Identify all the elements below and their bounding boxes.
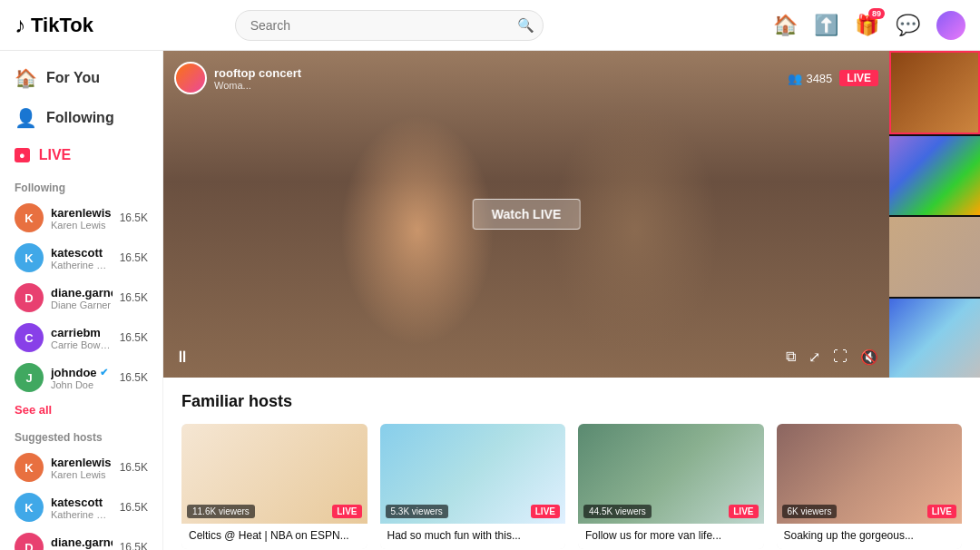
sidebar: 🏠 For You 👤 Following ● LIVE Following K… <box>0 51 163 550</box>
pip-icon[interactable]: ⧉ <box>786 349 796 366</box>
host-live-badge-4: LIVE <box>927 505 956 518</box>
host-card-3[interactable]: 44.5K viewers LIVE Follow us for more va… <box>578 424 764 549</box>
host-viewers-4: 6K viewers <box>782 505 838 518</box>
live-video-main[interactable]: rooftop concert Woma... 👥 3485 LIVE Watc… <box>163 51 889 378</box>
host-info-1: Celtics @ Heat | NBA on ESPN... <box>181 524 368 549</box>
header-icons: 🏠 ⬆️ 🎁 89 💬 <box>773 11 965 40</box>
header: ♪ TikTok 🔍 🏠 ⬆️ 🎁 89 💬 <box>0 0 980 51</box>
sidebar-item-following[interactable]: 👤 Following <box>0 98 162 138</box>
host-viewers-1: 11.6K viewers <box>187 505 255 518</box>
viewer-icon: 👥 <box>788 72 802 85</box>
following-user-katescott[interactable]: K katescott Katherine Scott 16.5K <box>0 238 162 278</box>
gift-badge: 89 <box>868 8 885 19</box>
user-info-karenlewis: karenlewis ✔ Karen Lewis <box>51 206 113 231</box>
person-nav-icon: 👤 <box>15 107 37 129</box>
host-thumb-4: 6K viewers LIVE <box>777 424 963 524</box>
main-layout: 🏠 For You 👤 Following ● LIVE Following K… <box>0 51 980 550</box>
live-controls-right: ⧉ ⤢ ⛶ 🔇 <box>786 349 878 366</box>
fullscreen-icon[interactable]: ⛶ <box>833 349 848 366</box>
home-icon[interactable]: 🏠 <box>773 14 798 37</box>
search-icon[interactable]: 🔍 <box>517 17 534 34</box>
logo[interactable]: ♪ TikTok <box>15 13 114 38</box>
sidebar-item-live[interactable]: ● LIVE <box>0 138 162 172</box>
live-thumbnails <box>889 51 980 378</box>
live-thumb-2[interactable] <box>889 136 980 216</box>
content-area: rooftop concert Woma... 👥 3485 LIVE Watc… <box>163 51 980 550</box>
avatar[interactable] <box>936 11 965 40</box>
search-bar: 🔍 <box>235 10 544 41</box>
live-thumb-4[interactable] <box>889 299 980 378</box>
host-viewers-2: 5.3K viewers <box>386 505 448 518</box>
following-user-diane-garner[interactable]: D diane.garner ✔ Diane Garner 16.5K <box>0 278 162 318</box>
live-creator-name: rooftop concert <box>214 66 301 80</box>
volume-icon[interactable]: 🔇 <box>860 349 878 366</box>
host-card-2[interactable]: 5.3K viewers LIVE Had so much fun with t… <box>380 424 566 549</box>
host-live-badge-1: LIVE <box>332 505 361 518</box>
messages-icon[interactable]: 💬 <box>896 14 920 37</box>
familiar-hosts-section: Familiar hosts 11.6K viewers LIVE Celtic… <box>163 378 980 550</box>
user-avatar-carrie: C <box>15 323 44 352</box>
verified-icon-4: ✔ <box>100 367 108 378</box>
sug-avatar-karen: K <box>15 453 44 482</box>
live-stats: 👥 3485 LIVE <box>788 70 878 86</box>
viewer-count: 👥 3485 <box>788 72 832 85</box>
username-karenlewis: karenlewis ✔ <box>51 206 113 220</box>
expand-icon[interactable]: ⤢ <box>808 349 820 366</box>
following-user-karenlewis[interactable]: K karenlewis ✔ Karen Lewis 16.5K <box>0 198 162 238</box>
following-section-title: Following <box>0 172 162 198</box>
live-thumb-3[interactable] <box>889 217 980 297</box>
host-card-4[interactable]: 6K viewers LIVE Soaking up the gorgeous.… <box>777 424 963 549</box>
host-thumb-1: 11.6K viewers LIVE <box>181 424 368 524</box>
host-thumb-3: 44.5K viewers LIVE <box>578 424 764 524</box>
host-live-badge-2: LIVE <box>531 505 560 518</box>
home-nav-icon: 🏠 <box>15 67 37 89</box>
host-thumb-2: 5.3K viewers LIVE <box>380 424 566 524</box>
user-avatar-johndoe: J <box>15 363 44 392</box>
suggested-user-diane[interactable]: D diane.garner Diane Garner 16.5K <box>0 527 162 550</box>
sidebar-item-for-you[interactable]: 🏠 For You <box>0 58 162 98</box>
nav-for-you-label: For You <box>46 70 100 86</box>
watch-live-button[interactable]: Watch LIVE <box>473 199 581 230</box>
host-title-1: Celtics @ Heat | NBA on ESPN... <box>189 529 360 544</box>
familiar-hosts-title: Familiar hosts <box>181 392 962 411</box>
suggested-user-katescott[interactable]: K katescott Katherine Scott 16.5K <box>0 487 162 527</box>
live-icon: ● <box>15 148 30 162</box>
host-viewers-3: 44.5K viewers <box>583 505 652 518</box>
suggested-section-title: Suggested hosts <box>0 422 162 447</box>
host-title-3: Follow us for more van life... <box>585 529 757 544</box>
user-avatar-katescott: K <box>15 243 44 272</box>
upload-icon[interactable]: ⬆️ <box>814 14 838 37</box>
viewer-number: 3485 <box>806 72 832 85</box>
sug-avatar-diane: D <box>15 533 44 550</box>
tiktok-logo-icon: ♪ <box>15 13 25 38</box>
host-info-2: Had so much fun with this... <box>380 524 566 549</box>
live-creator-info: rooftop concert Woma... <box>174 62 301 94</box>
live-creator-sub: Woma... <box>214 80 301 91</box>
live-banner: rooftop concert Woma... 👥 3485 LIVE Watc… <box>163 51 980 378</box>
nav-live-label: LIVE <box>39 147 72 163</box>
live-creator-avatar <box>174 62 207 94</box>
host-info-3: Follow us for more van life... <box>578 524 764 549</box>
gift-icon[interactable]: 🎁 89 <box>855 14 879 37</box>
live-overlay-top: rooftop concert Woma... 👥 3485 LIVE <box>174 62 878 94</box>
user-avatar-diane: D <box>15 283 44 312</box>
following-user-johndoe[interactable]: J johndoe ✔ John Doe 16.5K <box>0 358 162 398</box>
following-user-carriebm[interactable]: C carriebm Carrie Bowman 16.5K <box>0 318 162 358</box>
host-live-badge-3: LIVE <box>729 505 758 518</box>
sug-avatar-kate: K <box>15 493 44 522</box>
logo-text: TikTok <box>31 14 93 37</box>
live-thumb-1[interactable] <box>889 51 980 134</box>
see-all-link[interactable]: See all <box>0 398 162 422</box>
live-controls: ⏸ ⧉ ⤢ ⛶ 🔇 <box>174 348 878 367</box>
user-avatar-karenlewis: K <box>15 203 44 232</box>
host-info-4: Soaking up the gorgeous... <box>777 524 963 549</box>
host-title-2: Had so much fun with this... <box>387 529 559 544</box>
pause-button[interactable]: ⏸ <box>174 348 191 367</box>
host-title-4: Soaking up the gorgeous... <box>784 529 956 544</box>
host-card-1[interactable]: 11.6K viewers LIVE Celtics @ Heat | NBA … <box>181 424 368 549</box>
nav-following-label: Following <box>46 110 114 126</box>
search-input[interactable] <box>235 10 544 41</box>
count-karenlewis: 16.5K <box>120 211 148 224</box>
realname-karenlewis: Karen Lewis <box>51 220 113 231</box>
suggested-user-karenlewis[interactable]: K karenlewis ✔ Karen Lewis 16.5K <box>0 447 162 487</box>
